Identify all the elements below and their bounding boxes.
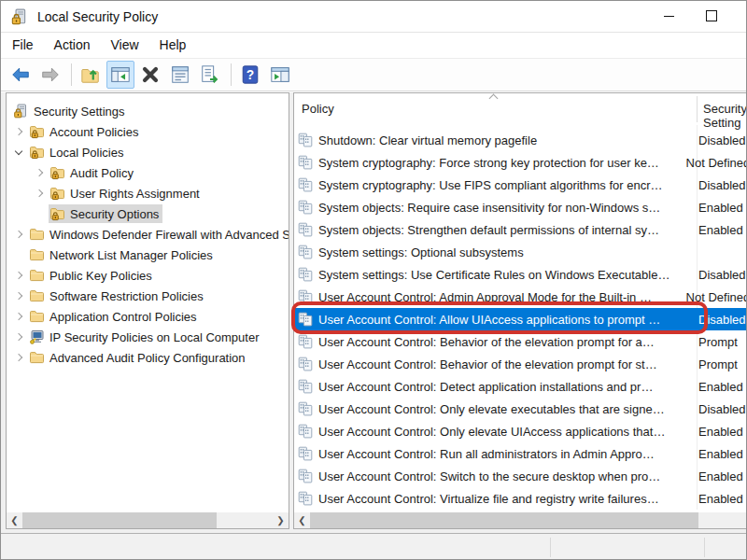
policy-row[interactable]: User Account Control: Only elevate execu… xyxy=(294,398,747,420)
policy-row[interactable]: System settings: Use Certificate Rules o… xyxy=(294,263,747,286)
chevron-down-icon[interactable] xyxy=(12,142,28,162)
tree-item-windows-defender-firewall[interactable]: Windows Defender Firewall with Advanced … xyxy=(7,224,289,245)
folder-lock-icon xyxy=(49,165,65,180)
tree-item-application-control-policies[interactable]: Application Control Policies xyxy=(7,306,289,327)
tree-item-network-list-manager-policies[interactable]: Network List Manager Policies xyxy=(7,245,289,265)
menu-help[interactable]: Help xyxy=(160,35,196,55)
tree-item-audit-policy[interactable]: Audit Policy xyxy=(7,162,289,183)
policy-setting: Not Defined xyxy=(686,290,747,304)
scroll-left-icon[interactable]: ❮ xyxy=(7,512,22,528)
maximize-button[interactable] xyxy=(690,1,733,31)
tree-item-public-key-policies[interactable]: Public Key Policies xyxy=(7,265,289,286)
policy-row[interactable]: User Account Control: Detect application… xyxy=(294,375,747,398)
tree-item-security-settings[interactable]: Security Settings xyxy=(7,101,289,121)
policy-row[interactable]: System objects: Require case insensitivi… xyxy=(294,196,747,218)
content-area: Security Settings Account Policies Local… xyxy=(1,92,747,560)
policy-setting: Enabled xyxy=(698,201,743,215)
policy-row[interactable]: User Account Control: Virtualize file an… xyxy=(294,487,747,510)
policy-setting: Prompt xyxy=(698,335,738,349)
tree-item-local-policies[interactable]: Local Policies xyxy=(7,142,289,162)
policy-row[interactable]: Shutdown: Clear virtual memory pagefileD… xyxy=(294,129,747,151)
tree-item-security-options[interactable]: Security Options xyxy=(7,203,289,224)
column-divider[interactable] xyxy=(697,96,698,122)
chevron-right-icon[interactable] xyxy=(12,306,28,327)
toolbar-separator xyxy=(71,63,72,86)
policy-row[interactable]: System cryptography: Use FIPS compliant … xyxy=(294,174,747,196)
policy-row[interactable]: User Account Control: Behavior of the el… xyxy=(294,353,747,375)
policy-name: User Account Control: Detect application… xyxy=(318,380,697,394)
forward-button[interactable] xyxy=(36,61,64,89)
policy-setting: Enabled xyxy=(698,447,743,461)
tree-item-label: Network List Manager Policies xyxy=(49,248,213,262)
policy-row[interactable]: System objects: Strengthen default permi… xyxy=(294,218,747,241)
show-action-pane-button[interactable] xyxy=(266,61,294,89)
chevron-right-icon[interactable] xyxy=(12,286,28,306)
policy-row[interactable]: System settings: Optional subsystems xyxy=(294,241,747,263)
policy-setting: Disabled xyxy=(698,402,746,416)
tree-horizontal-scrollbar[interactable]: ❮ ❯ xyxy=(7,512,289,528)
menu-view[interactable]: View xyxy=(110,35,148,55)
policy-row[interactable]: User Account Control: Admin Approval Mod… xyxy=(294,286,747,308)
policy-setting: Enabled xyxy=(698,425,743,439)
window-title: Local Security Policy xyxy=(37,9,158,24)
help-button[interactable] xyxy=(236,61,264,89)
title-bar: Local Security Policy xyxy=(1,1,746,33)
policy-row[interactable]: User Account Control: Only elevate UIAcc… xyxy=(294,420,747,442)
tree-item-software-restriction-policies[interactable]: Software Restriction Policies xyxy=(7,286,289,306)
policy-row[interactable]: User Account Control: Behavior of the el… xyxy=(294,330,747,353)
chevron-right-icon[interactable] xyxy=(12,265,28,286)
policy-setting: Enabled xyxy=(698,380,743,394)
tree-item-ip-security-policies[interactable]: IP Security Policies on Local Computer xyxy=(7,327,289,347)
policy-row[interactable]: User Account Control: Run all administra… xyxy=(294,442,747,465)
scroll-left-icon[interactable]: ❮ xyxy=(294,512,310,528)
tree-item-user-rights-assignment[interactable]: User Rights Assignment xyxy=(7,183,289,203)
chevron-right-icon[interactable] xyxy=(12,224,28,245)
policy-name: System objects: Require case insensitivi… xyxy=(318,201,697,215)
policy-doc-icon xyxy=(298,379,313,394)
policy-row[interactable]: User Account Control: Switch to the secu… xyxy=(294,465,747,487)
column-header-policy[interactable]: Policy xyxy=(302,102,334,116)
tree-item-label: Public Key Policies xyxy=(49,269,152,283)
policy-setting: Enabled xyxy=(698,469,743,483)
policy-name: System cryptography: Use FIPS compliant … xyxy=(318,178,697,192)
chevron-right-icon[interactable] xyxy=(12,121,28,142)
scrollbar-thumb[interactable] xyxy=(310,512,698,528)
tree-item-label: Security Settings xyxy=(34,105,125,119)
policy-row-selected[interactable]: User Account Control: Allow UIAccess app… xyxy=(294,308,747,330)
policy-name: User Account Control: Allow UIAccess app… xyxy=(318,313,697,327)
chevron-right-icon[interactable] xyxy=(33,183,49,203)
menu-action[interactable]: Action xyxy=(54,35,100,55)
policy-name: User Account Control: Virtualize file an… xyxy=(318,492,697,506)
chevron-right-icon[interactable] xyxy=(33,162,49,183)
security-settings-tree: Security Settings Account Policies Local… xyxy=(7,93,289,368)
scrollbar-thumb[interactable] xyxy=(22,512,217,528)
back-button[interactable] xyxy=(7,61,35,89)
menu-bar: File Action View Help xyxy=(1,33,746,57)
folder-icon xyxy=(29,350,45,365)
policy-name: User Account Control: Behavior of the el… xyxy=(318,357,697,371)
folder-icon xyxy=(29,268,45,283)
scroll-right-icon[interactable]: ❯ xyxy=(273,512,289,528)
menu-file[interactable]: File xyxy=(12,35,43,55)
folder-icon xyxy=(29,288,45,303)
show-console-tree-button[interactable] xyxy=(106,61,134,89)
properties-button[interactable] xyxy=(166,61,194,89)
folder-lock-icon xyxy=(29,124,45,139)
chevron-right-icon[interactable] xyxy=(12,347,28,368)
list-horizontal-scrollbar[interactable]: ❮ xyxy=(294,512,747,528)
policy-setting: Not Defined xyxy=(686,156,747,170)
tree-item-account-policies[interactable]: Account Policies xyxy=(7,121,289,142)
chevron-right-icon[interactable] xyxy=(12,327,28,347)
up-one-level-button[interactable] xyxy=(77,61,105,89)
policy-name: User Account Control: Run all administra… xyxy=(318,447,697,461)
policy-row[interactable]: System cryptography: Force strong key pr… xyxy=(294,151,747,174)
delete-button[interactable] xyxy=(136,61,164,89)
policy-setting: Disabled xyxy=(698,178,746,192)
minimize-button[interactable] xyxy=(647,1,690,31)
export-list-button[interactable] xyxy=(196,61,224,89)
folder-icon xyxy=(29,247,45,262)
policy-doc-icon xyxy=(298,177,313,192)
toolbar xyxy=(1,58,746,91)
tree-item-advanced-audit-policy-configuration[interactable]: Advanced Audit Policy Configuration xyxy=(7,347,289,368)
sort-ascending-icon xyxy=(489,94,499,104)
